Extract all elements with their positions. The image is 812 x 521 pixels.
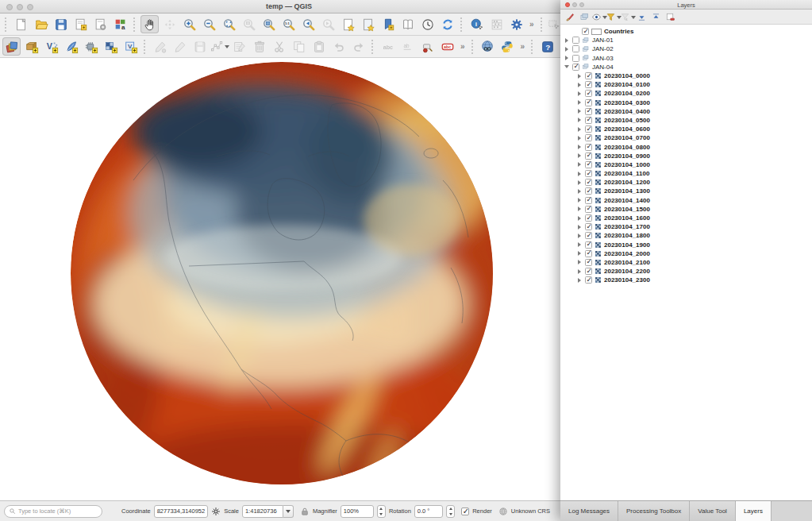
current-edits-button[interactable] <box>151 37 169 56</box>
tree-collapse-arrow-icon[interactable] <box>564 64 570 70</box>
group-row-jan-02[interactable]: JAN-02 <box>560 44 812 53</box>
magnifier-stepper[interactable] <box>377 505 386 518</box>
temporal-controller-button[interactable] <box>418 15 437 33</box>
tree-expand-arrow-icon[interactable] <box>577 126 583 133</box>
layer-row-20230104_1500[interactable]: 20230104_1500 <box>560 205 812 214</box>
zoom-in-button[interactable] <box>180 15 198 33</box>
scale-dropdown-button[interactable] <box>283 505 294 518</box>
tree-expand-arrow-icon[interactable] <box>577 233 583 239</box>
tree-expand-arrow-icon[interactable] <box>577 206 583 212</box>
zoom-full-button[interactable] <box>220 15 238 33</box>
layer-row-20230104_0400[interactable]: 20230104_0400 <box>560 107 812 116</box>
tab-layers[interactable]: Layers <box>736 501 772 521</box>
show-bookmarks-button[interactable] <box>359 15 377 33</box>
data-source-manager-button[interactable] <box>2 37 21 56</box>
tree-expand-arrow-icon[interactable] <box>577 277 583 284</box>
tree-expand-arrow-icon[interactable] <box>564 55 570 61</box>
tree-expand-arrow-icon[interactable] <box>577 82 583 88</box>
tree-expand-arrow-icon[interactable] <box>564 46 570 52</box>
layer-row-20230104_1600[interactable]: 20230104_1600 <box>560 214 812 222</box>
change-label-button[interactable]: abc <box>438 37 456 56</box>
magnifier-input[interactable]: 100% <box>341 505 374 518</box>
layer-row-20230104_0300[interactable]: 20230104_0300 <box>560 98 812 107</box>
render-checkbox[interactable] <box>461 507 469 515</box>
vertex-tool-button[interactable] <box>210 37 229 56</box>
toolbar-overflow-chevron[interactable]: » <box>521 42 525 51</box>
save-edits-button[interactable] <box>190 37 209 56</box>
tree-expand-arrow-icon[interactable] <box>577 250 583 257</box>
layer-row-20230104_2000[interactable]: 20230104_2000 <box>560 249 812 258</box>
identify-features-button[interactable]: i <box>468 15 486 33</box>
add-group-button[interactable] <box>578 10 591 24</box>
statistical-summary-button[interactable] <box>487 15 506 33</box>
group-row-jan-01[interactable]: JAN-01 <box>560 36 812 44</box>
layer-visibility-checkbox[interactable] <box>585 90 592 97</box>
layer-visibility-checkbox[interactable] <box>585 144 592 151</box>
layer-visibility-checkbox[interactable] <box>572 45 579 52</box>
tree-expand-arrow-icon[interactable] <box>577 268 583 275</box>
undo-button[interactable] <box>329 37 348 56</box>
layer-row-20230104_0700[interactable]: 20230104_0700 <box>560 133 812 142</box>
new-map-bookmark-button[interactable] <box>339 15 357 33</box>
tab-value-tool[interactable]: Value Tool <box>690 501 736 521</box>
layer-visibility-checkbox[interactable] <box>585 99 592 106</box>
tree-expand-arrow-icon[interactable] <box>577 73 583 79</box>
extents-toggle-icon[interactable] <box>211 507 221 516</box>
layer-visibility-checkbox[interactable] <box>585 206 592 213</box>
layer-row-20230104_0100[interactable]: 20230104_0100 <box>560 80 812 89</box>
layer-visibility-checkbox[interactable] <box>585 81 592 88</box>
locator-search-input[interactable]: Type to locate (⌘K) <box>4 505 102 518</box>
tree-expand-arrow-icon[interactable] <box>577 179 583 186</box>
bookmark-manager-button[interactable] <box>398 15 417 33</box>
layer-row-20230104_0800[interactable]: 20230104_0800 <box>560 142 812 151</box>
layer-visibility-checkbox[interactable] <box>585 232 592 239</box>
redo-button[interactable] <box>349 37 368 56</box>
open-layer-styling-button[interactable] <box>564 10 577 24</box>
layer-row-20230104_0900[interactable]: 20230104_0900 <box>560 152 812 160</box>
layer-row-countries[interactable]: Countries <box>560 27 812 36</box>
layer-visibility-checkbox[interactable] <box>585 170 592 177</box>
layer-visibility-checkbox[interactable] <box>572 37 579 44</box>
tree-expand-arrow-icon[interactable] <box>577 224 583 230</box>
rotation-stepper[interactable] <box>446 505 455 518</box>
style-manager-button[interactable]: a <box>111 15 129 33</box>
python-console-button[interactable] <box>498 37 517 56</box>
tree-expand-arrow-icon[interactable] <box>577 197 583 203</box>
layer-row-20230104_1200[interactable]: 20230104_1200 <box>560 178 812 187</box>
filter-legend-button[interactable] <box>606 10 620 24</box>
save-project-button[interactable] <box>52 15 70 33</box>
zoom-native-button[interactable]: 1:1 <box>279 15 298 33</box>
layer-visibility-checkbox[interactable] <box>585 197 592 204</box>
toggle-editing-button[interactable] <box>171 37 189 56</box>
toolbar-overflow-chevron[interactable]: » <box>460 42 465 51</box>
add-mesh-layer-button[interactable] <box>82 37 100 56</box>
layer-diagram-button[interactable]: ab <box>398 37 417 56</box>
layer-visibility-checkbox[interactable] <box>582 28 589 35</box>
pan-to-selection-button[interactable] <box>160 15 179 33</box>
layer-visibility-checkbox[interactable] <box>585 223 592 230</box>
tree-expand-arrow-icon[interactable] <box>577 144 583 150</box>
layer-row-20230104_2300[interactable]: 20230104_2300 <box>560 276 812 284</box>
tab-processing-toolbox[interactable]: Processing Toolbox <box>618 501 690 521</box>
layer-row-20230104_0500[interactable]: 20230104_0500 <box>560 116 812 125</box>
osm-place-search-button[interactable] <box>479 37 497 56</box>
layer-row-20230104_2100[interactable]: 20230104_2100 <box>560 258 812 267</box>
help-contents-button[interactable]: ? <box>538 37 556 56</box>
layer-visibility-checkbox[interactable] <box>585 72 592 79</box>
crs-globe-icon[interactable] <box>498 507 508 516</box>
tree-expand-arrow-icon[interactable] <box>577 241 583 248</box>
copy-features-button[interactable] <box>290 37 308 56</box>
new-print-layout-button[interactable] <box>71 15 90 33</box>
open-project-button[interactable] <box>32 15 50 33</box>
expand-all-button[interactable] <box>635 10 648 24</box>
layer-row-20230104_0200[interactable]: 20230104_0200 <box>560 89 812 98</box>
layer-visibility-checkbox[interactable] <box>585 134 592 141</box>
remove-layer-button[interactable] <box>664 10 677 24</box>
tree-expand-arrow-icon[interactable] <box>577 152 583 159</box>
layer-row-20230104_0000[interactable]: 20230104_0000 <box>560 71 812 80</box>
add-vector-layer-button[interactable]: V <box>42 37 60 56</box>
group-row-jan-03[interactable]: JAN-03 <box>560 54 812 63</box>
toolbar-overflow-chevron[interactable]: » <box>529 20 534 29</box>
layer-visibility-checkbox[interactable] <box>585 187 592 195</box>
layer-row-20230104_1300[interactable]: 20230104_1300 <box>560 187 812 195</box>
